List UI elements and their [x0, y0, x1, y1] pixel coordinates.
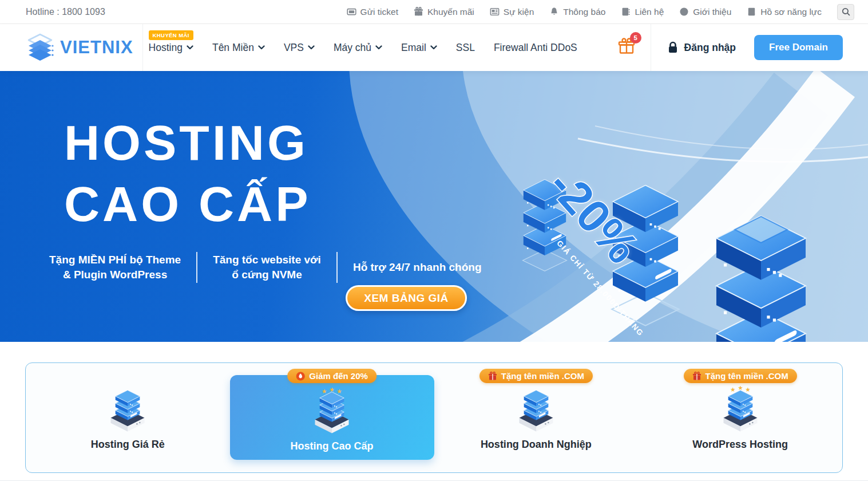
tab-hosting-doanh-nghiep[interactable]: Tặng tên miền .COM Hosting Do	[434, 363, 639, 472]
free-domain-button[interactable]: Free Domain	[754, 35, 843, 60]
news-icon	[490, 7, 500, 17]
gift-badge-count: 5	[630, 32, 641, 44]
topbar-link-gioi-thieu[interactable]: Giới thiệu	[679, 7, 731, 17]
topbar-link-label: Khuyến mãi	[427, 7, 474, 17]
hero-banner: HOSTING CAO CẤP Tặng MIỀN PHÍ bộ Theme &…	[0, 71, 868, 342]
topbar-link-gui-ticket[interactable]: Gửi ticket	[347, 7, 398, 17]
hero-feature: Tăng tốc website với ổ cứng NVMe	[213, 253, 321, 282]
flame-icon	[296, 372, 305, 381]
topbar-links: Gửi ticket Khuyến mãi Sự kiện	[347, 4, 854, 20]
vietnix-logo[interactable]: VIETNIX	[25, 33, 133, 62]
promotions-gift-button[interactable]: 5	[617, 37, 636, 58]
feature-line: Tặng MIỀN PHÍ bộ Theme	[49, 253, 181, 267]
topbar-link-label: Hồ sơ năng lực	[760, 7, 822, 17]
nav-item-label: SSL	[456, 42, 475, 54]
nav-item-email[interactable]: Email	[401, 24, 437, 71]
plans-section: Hosting Giá Rẻ Giảm đến 20%	[0, 342, 868, 481]
bell-icon	[549, 7, 559, 17]
discount-badge: Giảm đến 20%	[287, 369, 376, 383]
nav-divider	[142, 24, 143, 71]
topbar-link-su-kien[interactable]: Sự kiện	[490, 7, 534, 17]
brand-name: VIETNIX	[60, 37, 133, 58]
hero-title: HOSTING CAO CẤP	[64, 112, 311, 235]
nav-item-ten-mien[interactable]: Tên Miền	[212, 24, 265, 71]
feature-line: Hỗ trợ 24/7 nhanh chóng	[353, 260, 482, 275]
nav-item-label: Máy chủ	[334, 42, 371, 54]
feature-line: ổ cứng NVMe	[213, 267, 321, 282]
chevron-down-icon	[308, 45, 315, 50]
nav-promo-badge: KHUYẾN MÃI	[149, 30, 193, 40]
svg-text:★: ★	[745, 386, 751, 393]
server-stack-stars-icon: ★ ★ ★	[715, 386, 766, 433]
svg-text:★: ★	[336, 388, 342, 395]
badge-label: Tặng tên miền .COM	[501, 371, 584, 381]
hero-feature: Tặng MIỀN PHÍ bộ Theme & Plugin WordPres…	[49, 253, 181, 282]
gift-icon	[692, 372, 701, 381]
tab-label: Hosting Doanh Nghiệp	[481, 439, 592, 451]
profile-book-icon	[747, 7, 756, 17]
topbar-link-thong-bao[interactable]: Thông báo	[549, 7, 605, 17]
feature-line: Tăng tốc website với	[213, 253, 321, 267]
plans-tab-strip: Hosting Giá Rẻ Giảm đến 20%	[25, 362, 843, 473]
vietnix-logo-icon	[25, 33, 55, 62]
server-stack-icon	[102, 386, 153, 433]
chevron-down-icon	[187, 45, 193, 50]
chevron-down-icon	[430, 45, 437, 50]
feature-divider	[196, 252, 197, 283]
svg-text:★: ★	[322, 388, 327, 395]
login-button[interactable]: Đăng nhập	[667, 41, 736, 54]
tab-label: Hosting Cao Cấp	[291, 440, 374, 452]
topbar-link-label: Giới thiệu	[693, 7, 731, 17]
tab-label: Hosting Giá Rẻ	[91, 439, 165, 451]
tab-hosting-gia-re[interactable]: Hosting Giá Rẻ	[26, 363, 230, 472]
login-label: Đăng nhập	[684, 42, 736, 54]
nav-divider	[651, 24, 651, 71]
nav-item-label: Tên Miền	[212, 42, 254, 54]
topbar-link-lien-he[interactable]: Liên hệ	[621, 7, 664, 17]
server-stack-icon	[511, 386, 561, 433]
topbar-link-label: Gửi ticket	[360, 7, 398, 17]
topbar-link-label: Liên hệ	[635, 7, 664, 17]
topbar-link-ho-so[interactable]: Hồ sơ năng lực	[747, 7, 822, 17]
svg-text:★: ★	[738, 386, 743, 391]
search-icon	[842, 7, 850, 16]
topbar-link-label: Thông báo	[563, 7, 605, 17]
tab-label: WordPress Hosting	[692, 439, 788, 451]
info-icon	[679, 7, 689, 17]
contact-icon	[621, 7, 631, 17]
hotline: Hotline : 1800 1093	[26, 7, 105, 17]
search-button[interactable]	[837, 4, 854, 20]
nav-item-label: Hosting	[149, 42, 183, 54]
nav-item-vps[interactable]: VPS	[284, 24, 315, 71]
topbar-link-khuyen-mai[interactable]: Khuyến mãi	[414, 7, 474, 17]
view-pricing-button[interactable]: XEM BẢNG GIÁ	[346, 285, 467, 311]
svg-text:★: ★	[329, 388, 335, 393]
nav-right-cluster: 5 Đăng nhập Free Domain	[617, 24, 843, 71]
nav-item-label: Firewall Anti DDoS	[494, 42, 577, 54]
nav-item-may-chu[interactable]: Máy chủ	[334, 24, 382, 71]
tab-hosting-cao-cap[interactable]: Giảm đến 20% ★ ★	[230, 363, 434, 472]
badge-label: Giảm đến 20%	[309, 371, 368, 381]
svg-text:★: ★	[730, 386, 736, 393]
nav-item-label: VPS	[284, 42, 304, 54]
free-domain-badge: Tặng tên miền .COM	[479, 369, 593, 383]
nav-item-label: Email	[401, 42, 426, 54]
badge-label: Tặng tên miền .COM	[706, 371, 788, 381]
nav-item-hosting[interactable]: KHUYẾN MÃI Hosting	[149, 24, 193, 71]
gift-icon	[414, 7, 423, 17]
chevron-down-icon	[375, 45, 382, 50]
ticket-icon	[347, 7, 356, 17]
feature-line: & Plugin WordPress	[49, 267, 181, 282]
hero-features: Tặng MIỀN PHÍ bộ Theme & Plugin WordPres…	[49, 252, 482, 283]
server-stack-stars-icon: ★ ★ ★	[307, 388, 357, 435]
nav-item-firewall[interactable]: Firewall Anti DDoS	[494, 24, 577, 71]
lock-icon	[667, 41, 679, 54]
nav-item-ssl[interactable]: SSL	[456, 24, 475, 71]
tab-wordpress-hosting[interactable]: Tặng tên miền .COM ★ ★	[638, 363, 842, 472]
topbar-link-label: Sự kiện	[504, 7, 534, 17]
chevron-down-icon	[258, 45, 265, 50]
main-navbar: VIETNIX KHUYẾN MÃI Hosting Tên Miền VPS …	[0, 24, 868, 71]
free-domain-badge: Tặng tên miền .COM	[684, 369, 797, 383]
feature-divider	[336, 252, 338, 283]
topbar: Hotline : 1800 1093 Gửi ticket Khuyến mã…	[0, 0, 868, 24]
